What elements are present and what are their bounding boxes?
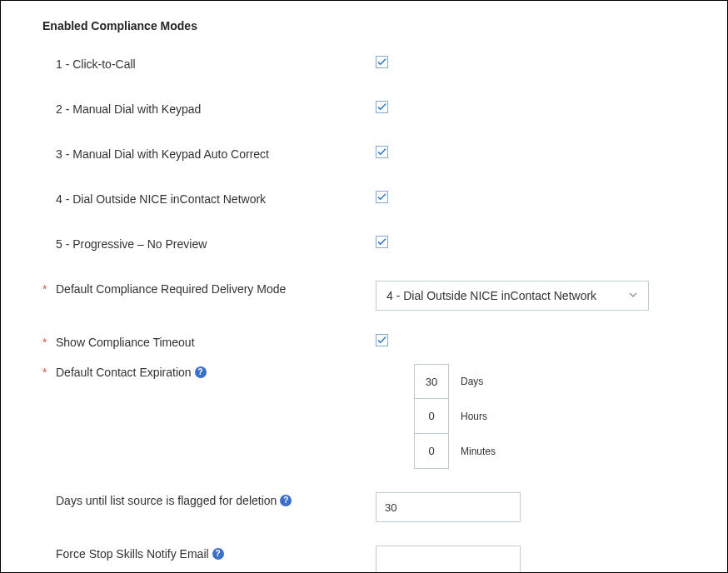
notify-email-input[interactable] [376,546,521,573]
mode-label: 5 - Progressive – No Preview [56,237,207,251]
mode-label: 4 - Dial Outside NICE inContact Network [56,192,266,206]
mode-checkbox-2[interactable] [376,101,388,113]
check-icon [377,147,386,157]
notify-email-row: Force Stop Skills Notify Email ? [42,546,686,573]
mode-row-4: 4 - Dial Outside NICE inContact Network [42,191,686,206]
compliance-timeout-checkbox[interactable] [376,334,388,346]
check-icon [377,57,386,67]
unit-days: Days [461,376,483,387]
mode-row-5: 5 - Progressive – No Preview [42,236,686,251]
chevron-down-icon [628,289,638,302]
contact-expiration-label: Default Contact Expiration [56,366,192,379]
expiration-days-input[interactable] [414,364,449,399]
help-icon[interactable]: ? [195,366,207,378]
mode-label: 3 - Manual Dial with Keypad Auto Correct [56,147,269,161]
flag-deletion-input[interactable] [376,492,521,522]
expiration-hours-input[interactable] [414,399,449,434]
delivery-mode-select[interactable]: 4 - Dial Outside NICE inContact Network [376,281,649,311]
check-icon [377,237,386,247]
mode-row-2: 2 - Manual Dial with Keypad [42,101,686,116]
delivery-mode-row: * Default Compliance Required Delivery M… [42,281,686,311]
flag-deletion-row: Days until list source is flagged for de… [42,492,686,522]
unit-minutes: Minutes [461,446,496,457]
notify-email-label: Force Stop Skills Notify Email [56,547,209,561]
check-icon [377,336,386,345]
mode-row-1: 1 - Click-to-Call [42,56,686,71]
compliance-timeout-row: * Show Compliance Timeout [42,334,686,349]
section-title: Enabled Compliance Modes [42,19,686,32]
delivery-mode-label: Default Compliance Required Delivery Mod… [56,282,286,296]
mode-row-3: 3 - Manual Dial with Keypad Auto Correct [42,146,686,161]
mode-label: 1 - Click-to-Call [56,57,136,71]
delivery-mode-selected: 4 - Dial Outside NICE inContact Network [386,289,596,302]
required-indicator: * [42,366,51,379]
mode-label: 2 - Manual Dial with Keypad [56,102,201,116]
check-icon [377,102,386,112]
check-icon [377,192,386,202]
mode-checkbox-4[interactable] [376,191,388,203]
required-indicator: * [42,336,51,349]
flag-deletion-label: Days until list source is flagged for de… [56,494,277,507]
mode-checkbox-1[interactable] [376,56,388,68]
required-indicator: * [42,282,51,296]
mode-checkbox-3[interactable] [376,146,388,158]
help-icon[interactable]: ? [280,495,292,506]
compliance-timeout-label: Show Compliance Timeout [56,336,195,349]
mode-checkbox-5[interactable] [376,236,388,248]
unit-hours: Hours [461,411,487,422]
help-icon[interactable]: ? [212,548,224,560]
expiration-minutes-input[interactable] [414,434,449,469]
contact-expiration-row: * Default Contact Expiration ? Days Hour… [42,364,686,469]
